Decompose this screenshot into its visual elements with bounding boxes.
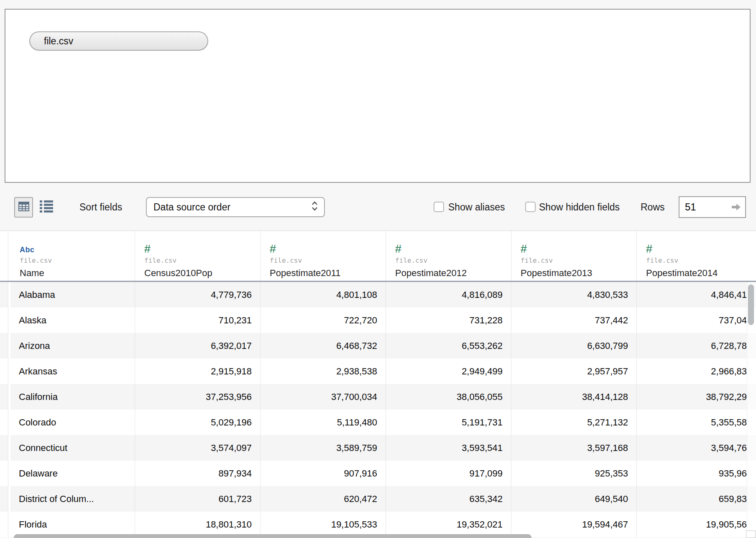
row-gutter (0, 461, 8, 486)
cell-value: 731,228 (386, 307, 511, 333)
cell-value: 5,271,132 (511, 410, 637, 435)
grid-body: Alabama4,779,7364,801,1084,816,0894,830,… (0, 282, 756, 537)
cell-value: 37,700,034 (261, 384, 386, 410)
cell-name: Alaska (10, 307, 135, 333)
cell-value: 4,830,533 (511, 282, 637, 307)
rows-go-arrow-icon[interactable] (730, 203, 741, 211)
cell-value: 722,720 (261, 307, 386, 333)
column-header-popestimate2012[interactable]: #file.csvPopestimate2012 (386, 231, 511, 281)
vertical-scrollbar-thumb[interactable] (748, 284, 754, 325)
cell-value: 907,916 (261, 461, 386, 486)
cell-value: 2,938,538 (261, 359, 386, 384)
cell-name: Connecticut (10, 435, 135, 461)
string-type-icon: Abc (20, 246, 35, 254)
column-name: Name (20, 268, 135, 279)
cell-value: 737,04 (637, 307, 756, 333)
cell-value: 4,816,089 (386, 282, 511, 307)
cell-value: 18,801,310 (135, 512, 261, 537)
cell-value: 710,231 (135, 307, 261, 333)
grid-view-button[interactable] (14, 197, 33, 218)
row-gutter (0, 384, 8, 410)
cell-value: 5,355,58 (637, 410, 756, 435)
cell-value: 2,949,499 (386, 359, 511, 384)
cell-value: 38,792,29 (637, 384, 756, 410)
cell-value: 5,119,480 (261, 410, 386, 435)
cell-value: 3,597,168 (511, 435, 637, 461)
table-pill[interactable]: file.csv (29, 31, 208, 51)
sort-fields-label: Sort fields (79, 195, 122, 220)
cell-value: 925,353 (511, 461, 637, 486)
column-name: Popestimate2013 (521, 268, 636, 279)
cell-value: 19,105,533 (261, 512, 386, 537)
column-source: file.csv (144, 256, 260, 264)
cell-value: 635,342 (386, 486, 511, 512)
metadata-view-button[interactable] (39, 200, 54, 214)
column-name: Census2010Pop (144, 268, 260, 279)
cell-value: 6,468,732 (261, 333, 386, 359)
column-source: file.csv (395, 256, 511, 264)
cell-value: 4,779,736 (135, 282, 261, 307)
cell-value: 6,553,262 (386, 333, 511, 359)
table-row: Arkansas2,915,9182,938,5382,949,4992,957… (0, 359, 756, 384)
number-type-icon: # (521, 243, 527, 254)
horizontal-scrollbar-thumb[interactable] (14, 534, 531, 538)
cell-name: California (10, 384, 135, 410)
table-row: Delaware897,934907,916917,099925,353935,… (0, 461, 756, 486)
cell-value: 620,472 (261, 486, 386, 512)
show-hidden-fields-checkbox[interactable] (525, 202, 536, 212)
number-type-icon: # (395, 243, 401, 254)
cell-value: 3,589,759 (261, 435, 386, 461)
cell-value: 38,056,055 (386, 384, 511, 410)
cell-value: 2,957,957 (511, 359, 637, 384)
cell-name: Arkansas (10, 359, 135, 384)
cell-value: 4,801,108 (261, 282, 386, 307)
rows-label: Rows (641, 195, 665, 220)
cell-value: 2,915,918 (135, 359, 261, 384)
grid-header-gutter (0, 231, 8, 281)
column-header-popestimate2013[interactable]: #file.csvPopestimate2013 (511, 231, 637, 281)
metadata-list-icon (40, 200, 53, 214)
row-gutter (0, 359, 8, 384)
grid-view-icon (18, 202, 29, 213)
cell-value: 4,846,41 (637, 282, 756, 307)
sort-order-dropdown[interactable]: Data source order (146, 197, 325, 217)
cell-value: 649,540 (511, 486, 637, 512)
data-source-page: file.csv (0, 0, 756, 538)
cell-value: 935,96 (637, 461, 756, 486)
table-row: California37,253,95637,700,03438,056,055… (0, 384, 756, 410)
cell-value: 601,723 (135, 486, 261, 512)
sort-order-value: Data source order (147, 202, 230, 213)
join-canvas[interactable]: file.csv (5, 9, 751, 183)
column-name: Popestimate2011 (270, 268, 386, 279)
column-header-popestimate2014[interactable]: #file.csvPopestimate2014 (637, 231, 756, 281)
cell-name: Colorado (10, 410, 135, 435)
cell-value: 2,966,83 (637, 359, 756, 384)
cell-value: 3,593,541 (386, 435, 511, 461)
scrollbar-corner (746, 530, 756, 538)
row-gutter (0, 282, 8, 307)
cell-value: 6,728,78 (637, 333, 756, 359)
cell-value: 19,905,56 (637, 512, 756, 537)
show-hidden-fields-label: Show hidden fields (539, 195, 620, 220)
column-header-name[interactable]: Abcfile.csvName (10, 231, 135, 281)
column-header-popestimate2011[interactable]: #file.csvPopestimate2011 (261, 231, 386, 281)
column-name: Popestimate2012 (395, 268, 511, 279)
number-type-icon: # (270, 243, 276, 254)
row-gutter (0, 307, 8, 333)
rows-count-input[interactable]: 51 (679, 196, 746, 218)
row-gutter (0, 410, 8, 435)
table-row: Colorado5,029,1965,119,4805,191,7315,271… (0, 410, 756, 435)
table-row: Alabama4,779,7364,801,1084,816,0894,830,… (0, 282, 756, 307)
table-pill-label: file.csv (44, 36, 73, 47)
cell-value: 6,630,799 (511, 333, 637, 359)
column-name: Popestimate2014 (646, 268, 756, 279)
cell-value: 19,352,021 (386, 512, 511, 537)
show-aliases-label: Show aliases (448, 195, 505, 220)
cell-value: 3,594,76 (637, 435, 756, 461)
cell-value: 38,414,128 (511, 384, 637, 410)
show-aliases-checkbox[interactable] (434, 202, 444, 212)
number-type-icon: # (646, 243, 652, 254)
data-grid: Abcfile.csvName#file.csvCensus2010Pop#fi… (0, 231, 756, 538)
table-row: Arizona6,392,0176,468,7326,553,2626,630,… (0, 333, 756, 359)
column-header-census2010pop[interactable]: #file.csvCensus2010Pop (135, 231, 261, 281)
